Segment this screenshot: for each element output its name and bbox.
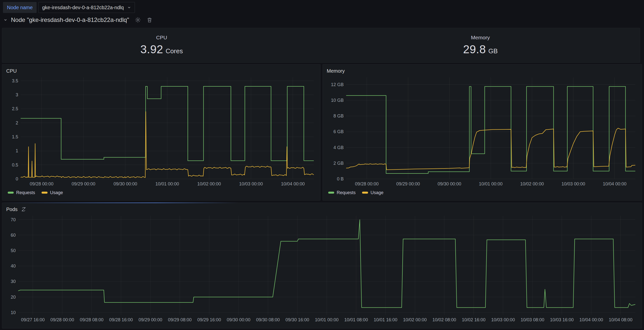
legend-label: Requests <box>16 190 35 195</box>
y-tick-label: 70 <box>11 217 16 222</box>
x-tick-label: 10/01 08:00 <box>344 317 368 322</box>
x-tick-label: 10/03 08:00 <box>520 317 544 322</box>
trash-icon <box>146 17 152 23</box>
y-tick-label: 2 GB <box>334 161 344 166</box>
cpu-chart-svg: 09/28 00:0009/29 00:0009/30 00:0010/01 0… <box>6 75 316 188</box>
pods-chart-svg: 09/27 16:0009/28 00:0009/28 08:0009/28 1… <box>6 213 638 324</box>
y-tick-label: 50 <box>11 248 16 253</box>
memory-chart[interactable]: 09/28 00:0009/29 00:0009/30 00:0010/01 0… <box>327 75 638 188</box>
memory-panel: Memory 09/28 00:0009/29 00:0009/30 00:00… <box>322 64 642 200</box>
y-tick-label: 3 <box>16 92 18 97</box>
x-tick-label: 09/29 00:00 <box>396 182 420 186</box>
x-tick-label: 10/01 00:00 <box>315 317 338 322</box>
x-tick-label: 10/03 00:00 <box>239 182 263 186</box>
pods-panel-title[interactable]: Pods <box>6 206 18 212</box>
memory-stat-value: 29.8 <box>463 42 486 56</box>
x-tick-label: 10/02 16:00 <box>462 317 486 322</box>
x-tick-label: 09/29 16:00 <box>197 317 221 322</box>
y-tick-label: 4 GB <box>334 145 344 150</box>
memory-legend: Requests Usage <box>328 188 638 197</box>
node-name-value: gke-iresdash-dev-0-a-812cb22a-ndlq <box>42 5 124 10</box>
x-tick-label: 09/30 16:00 <box>286 317 309 322</box>
x-tick-label: 10/04 00:00 <box>281 182 304 186</box>
y-tick-label: 2.5 <box>12 106 18 111</box>
y-tick-label: 40 <box>11 264 16 268</box>
row-delete-button[interactable] <box>146 17 152 23</box>
memory-stat: Memory 29.8 GB <box>321 28 640 62</box>
x-tick-label: 09/30 00:00 <box>438 182 461 186</box>
refresh-slash-icon[interactable] <box>21 206 27 212</box>
requests-legend-pill-icon <box>8 192 14 194</box>
x-tick-label: 10/01 16:00 <box>374 317 398 322</box>
memory-panel-title[interactable]: Memory <box>327 68 345 74</box>
y-tick-label: 10 GB <box>331 98 344 103</box>
y-tick-label: 6 GB <box>334 129 344 134</box>
y-tick-label: 8 GB <box>334 114 344 118</box>
pods-chart[interactable]: 09/27 16:0009/28 00:0009/28 08:0009/28 1… <box>6 213 638 324</box>
cpu-panel: CPU 09/28 00:0009/29 00:0009/30 00:0010/… <box>2 64 320 200</box>
y-tick-label: 10 <box>11 310 16 315</box>
x-tick-label: 09/29 00:00 <box>138 317 162 322</box>
y-tick-label: 3.5 <box>12 78 18 83</box>
x-tick-label: 09/30 00:00 <box>114 182 137 186</box>
legend-item-requests[interactable]: Requests <box>8 190 35 195</box>
cpu-stat-label: CPU <box>156 34 167 40</box>
y-tick-label: 30 <box>11 279 16 284</box>
legend-label: Usage <box>370 190 384 195</box>
node-name-dropdown[interactable]: gke-iresdash-dev-0-a-812cb22a-ndlq <box>38 2 135 13</box>
x-tick-label: 09/28 00:00 <box>50 317 74 322</box>
x-tick-label: 09/28 08:00 <box>80 317 104 322</box>
row-title[interactable]: Node "gke-iresdash-dev-0-a-812cb22a-ndlq… <box>11 16 129 24</box>
requests-legend-pill-icon <box>328 192 334 194</box>
x-tick-label: 10/02 00:00 <box>520 182 544 186</box>
x-tick-label: 10/03 00:00 <box>562 182 585 186</box>
x-tick-label: 09/30 08:00 <box>256 317 280 322</box>
x-tick-label: 10/02 08:00 <box>432 317 456 322</box>
x-tick-label: 09/29 00:00 <box>72 182 95 186</box>
y-tick-label: 20 <box>11 295 16 300</box>
usage-legend-pill-icon <box>42 192 48 194</box>
x-tick-label: 10/04 08:00 <box>609 317 632 322</box>
gear-icon <box>134 17 141 23</box>
legend-label: Requests <box>337 190 356 195</box>
x-tick-label: 09/30 00:00 <box>227 317 250 322</box>
row-settings-button[interactable] <box>134 17 141 23</box>
x-tick-label: 10/04 00:00 <box>603 182 626 186</box>
pods-panel: Pods 09/27 16:0009/28 00:0009/28 08:0009… <box>2 202 642 328</box>
cpu-stat: CPU 3.92 Cores <box>2 28 321 62</box>
y-tick-label: 2 <box>16 120 18 126</box>
x-tick-label: 10/04 00:00 <box>579 317 603 322</box>
x-tick-label: 10/03 00:00 <box>491 317 515 322</box>
chevron-down-icon <box>127 6 131 10</box>
cpu-chart[interactable]: 09/28 00:0009/29 00:0009/30 00:0010/01 0… <box>6 75 316 188</box>
y-tick-label: 12 GB <box>331 82 344 87</box>
cpu-stat-unit: Cores <box>166 47 183 55</box>
variable-bar: Node name gke-iresdash-dev-0-a-812cb22a-… <box>3 2 135 13</box>
memory-stat-label: Memory <box>471 34 490 40</box>
legend-item-usage[interactable]: Usage <box>362 190 384 195</box>
y-tick-label: 1 <box>16 148 18 153</box>
legend-item-requests[interactable]: Requests <box>328 190 356 195</box>
x-tick-label: 10/01 00:00 <box>155 182 179 186</box>
y-tick-label: 1.5 <box>12 134 18 139</box>
memory-chart-svg: 09/28 00:0009/29 00:0009/30 00:0010/01 0… <box>327 75 638 188</box>
y-tick-label: 60 <box>11 233 16 238</box>
stat-panel: CPU 3.92 Cores Memory 29.8 GB <box>2 28 640 63</box>
row-collapse-chevron-icon[interactable] <box>4 18 8 22</box>
x-tick-label: 09/28 00:00 <box>30 182 54 186</box>
x-tick-label: 09/29 08:00 <box>168 317 192 322</box>
x-tick-label: 10/01 00:00 <box>479 182 502 186</box>
x-tick-label: 09/27 16:00 <box>21 317 44 322</box>
x-tick-label: 09/28 16:00 <box>109 317 133 322</box>
x-tick-label: 09/28 00:00 <box>355 182 378 186</box>
cpu-stat-value: 3.92 <box>140 42 163 56</box>
cpu-panel-title[interactable]: CPU <box>6 68 17 74</box>
y-tick-label: 0 B <box>337 176 344 182</box>
row-header: Node "gke-iresdash-dev-0-a-812cb22a-ndlq… <box>4 16 152 24</box>
y-tick-label: 0 <box>16 176 18 182</box>
legend-label: Usage <box>50 190 63 195</box>
x-tick-label: 10/03 16:00 <box>550 317 574 322</box>
usage-legend-pill-icon <box>362 192 368 194</box>
legend-item-usage[interactable]: Usage <box>42 190 63 195</box>
cpu-legend: Requests Usage <box>8 188 316 197</box>
